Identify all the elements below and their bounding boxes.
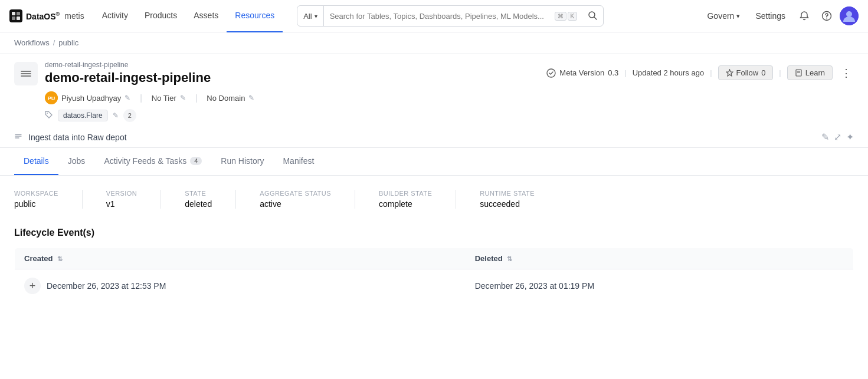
col-created: Created ⇅	[15, 248, 466, 269]
user-avatar[interactable]	[840, 6, 859, 25]
tab-run-history[interactable]: Run History	[211, 148, 273, 175]
lifecycle-title: Lifecycle Event(s)	[14, 228, 854, 238]
svg-line-6	[594, 17, 597, 19]
tab-manifest[interactable]: Manifest	[273, 148, 323, 175]
tag-count-badge[interactable]: 2	[123, 109, 136, 122]
svg-point-14	[547, 69, 555, 77]
logo[interactable]: DataOS® metis	[9, 9, 84, 22]
tag-icon	[45, 111, 53, 121]
cell-deleted: December 26, 2023 at 01:19 PM	[466, 269, 854, 303]
description-text: Ingest data into Raw depot	[28, 133, 815, 142]
description-icon	[14, 132, 22, 142]
metadata-builder-state: Builder State complete	[379, 190, 432, 209]
nav-activity[interactable]: Activity	[94, 0, 136, 32]
meta-row: PU Piyush Upadhyay ✎ | No Tier ✎ | No Do…	[0, 85, 868, 107]
tags-row: dataos.Flare ✎ 2	[0, 107, 868, 127]
metadata-version: Version v1	[106, 190, 137, 209]
pipeline-subtitle: demo-retail-ingest-pipeline	[45, 61, 211, 69]
follow-button[interactable]: Follow 0	[718, 65, 774, 80]
svg-rect-0	[9, 9, 22, 22]
topnav-right: Govern ▾ Settings	[701, 6, 859, 25]
description-actions: ✎ ⤢ ✦	[821, 131, 854, 143]
metadata-grid: Workspace public Version v1 State delete…	[14, 190, 854, 209]
search-shortcut: ⌘ K	[550, 12, 582, 21]
tabs: Details Jobs Activity Feeds & Tasks 4 Ru…	[0, 148, 868, 176]
metadata-state: State deleted	[185, 190, 212, 209]
svg-point-10	[846, 11, 852, 17]
tab-jobs[interactable]: Jobs	[58, 148, 95, 175]
meta-version: Meta Version 0.3	[546, 68, 618, 78]
table-row: + December 26, 2023 at 12:53 PM December…	[15, 269, 854, 303]
metadata-runtime-state: Runtime State succeeded	[480, 190, 535, 209]
domain-item: No Domain ✎	[207, 94, 254, 103]
chevron-down-icon: ▾	[736, 12, 740, 20]
nav-products[interactable]: Products	[136, 0, 185, 32]
dataos-logo-icon	[9, 9, 22, 22]
svg-rect-3	[12, 17, 15, 20]
learn-button[interactable]: Learn	[787, 65, 833, 80]
svg-rect-2	[17, 12, 20, 15]
pipeline-title-section: demo-retail-ingest-pipeline demo-retail-…	[45, 61, 211, 85]
top-navigation: DataOS® metis Activity Products Assets R…	[0, 0, 868, 32]
metadata-aggregate-status: Aggregate Status active	[260, 190, 331, 209]
more-options-icon[interactable]: ⋮	[838, 67, 854, 80]
page-header-right: Meta Version 0.3 | Updated 2 hours ago |…	[546, 65, 854, 80]
description-row: Ingest data into Raw depot ✎ ⤢ ✦	[0, 127, 868, 148]
book-icon	[795, 69, 803, 77]
page-title: demo-retail-ingest-pipeline	[45, 70, 211, 85]
col-deleted: Deleted ⇅	[466, 248, 854, 269]
help-icon[interactable]	[817, 6, 836, 25]
tier-value: No Tier	[152, 94, 176, 103]
svg-marker-15	[726, 70, 733, 76]
nav-resources[interactable]: Resources	[227, 0, 283, 32]
tag-badge[interactable]: dataos.Flare	[58, 110, 108, 121]
owner-name: Piyush Upadhyay	[61, 94, 121, 103]
metadata-workspace: Workspace public	[14, 190, 58, 209]
activity-feeds-badge: 4	[190, 157, 202, 165]
lifecycle-section: Lifecycle Event(s) Created ⇅ Deleted ⇅	[14, 228, 854, 303]
content-area: Workspace public Version v1 State delete…	[0, 176, 868, 317]
notifications-icon[interactable]	[795, 6, 814, 25]
search-icon[interactable]	[582, 11, 603, 22]
svg-rect-4	[17, 17, 20, 20]
svg-rect-1	[12, 12, 15, 15]
meta-version-icon	[546, 68, 556, 78]
search-filter-dropdown[interactable]: All ▾	[297, 6, 323, 26]
sort-created-icon[interactable]: ⇅	[57, 255, 63, 262]
nav-items: Activity Products Assets Resources	[94, 0, 283, 32]
edit-description-icon[interactable]: ✎	[821, 131, 829, 143]
add-row-button[interactable]: +	[24, 278, 41, 294]
sort-deleted-icon[interactable]: ⇅	[507, 255, 512, 262]
expand-description-icon[interactable]: ⤢	[834, 131, 841, 143]
edit-owner-icon[interactable]: ✎	[125, 94, 130, 102]
star-icon	[726, 69, 733, 77]
cell-created: + December 26, 2023 at 12:53 PM	[15, 269, 466, 303]
logo-text: DataOS®	[26, 11, 60, 21]
edit-domain-icon[interactable]: ✎	[248, 94, 254, 102]
breadcrumb-workflows[interactable]: Workflows	[14, 38, 50, 47]
chevron-down-icon: ▾	[315, 13, 317, 19]
page-header: demo-retail-ingest-pipeline demo-retail-…	[0, 54, 868, 85]
ai-description-icon[interactable]: ✦	[846, 131, 854, 143]
breadcrumb-current: public	[58, 38, 78, 47]
domain-value: No Domain	[207, 94, 245, 103]
search-input[interactable]	[324, 12, 550, 21]
tab-details[interactable]: Details	[14, 148, 58, 175]
page-header-left: demo-retail-ingest-pipeline demo-retail-…	[14, 61, 211, 85]
logo-instance: metis	[64, 11, 84, 21]
updated-time: Updated 2 hours ago	[633, 68, 704, 77]
search-bar: All ▾ ⌘ K	[297, 5, 604, 27]
tab-activity-feeds[interactable]: Activity Feeds & Tasks 4	[94, 148, 211, 175]
lifecycle-table: Created ⇅ Deleted ⇅ + December 26, 2023 …	[14, 248, 854, 303]
govern-dropdown[interactable]: Govern ▾	[701, 9, 746, 23]
pipeline-icon	[14, 62, 38, 85]
nav-assets[interactable]: Assets	[185, 0, 227, 32]
edit-tier-icon[interactable]: ✎	[180, 94, 186, 102]
svg-point-21	[47, 113, 48, 114]
tier-item: No Tier ✎	[152, 94, 186, 103]
edit-tag-icon[interactable]: ✎	[113, 111, 119, 120]
breadcrumb: Workflows / public	[0, 32, 868, 54]
settings-button[interactable]: Settings	[749, 9, 791, 23]
owner-item: PU Piyush Upadhyay ✎	[45, 91, 130, 104]
owner-avatar: PU	[45, 91, 58, 104]
